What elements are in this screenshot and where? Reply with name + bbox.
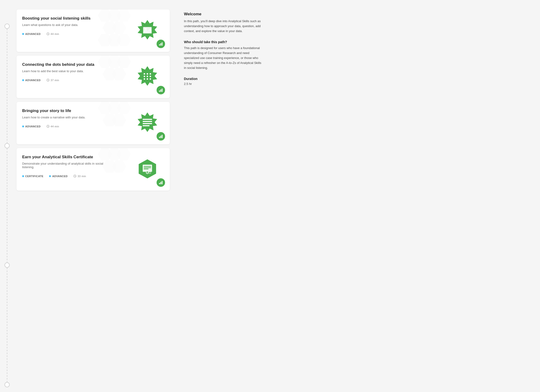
timeline-line-3 (7, 268, 7, 382)
svg-point-12 (144, 76, 145, 77)
card-1-badge-advanced: ADVANCED (22, 33, 41, 35)
card-1-title: Boosting your social listening skills (22, 16, 112, 21)
card-4-badge-advanced: ADVANCED (49, 175, 68, 178)
svg-point-14 (150, 76, 151, 77)
card-3-desc: Learn how to create a narrative with you… (22, 116, 105, 119)
svg-rect-35 (144, 169, 149, 169)
badge-dot-4b (49, 175, 51, 177)
svg-rect-24 (143, 121, 152, 122)
who-section-text: This path is designed for users who have… (184, 46, 264, 70)
card-4-hexagon (137, 158, 158, 180)
card-bg-shape-1 (90, 10, 137, 50)
card-3-badge-advanced: ADVANCED (22, 125, 41, 128)
svg-rect-5 (160, 43, 161, 45)
course-card-3: Bringing your story to life Learn how to… (16, 102, 170, 144)
svg-rect-29 (162, 135, 163, 138)
card-4-badge-certificate: CERTIFICATE (22, 175, 43, 178)
card-3-icon-area (137, 112, 158, 134)
svg-marker-22 (138, 112, 157, 132)
welcome-text: In this path, you'll deep dive into Anal… (184, 19, 264, 34)
svg-rect-20 (162, 89, 163, 92)
svg-rect-38 (159, 183, 160, 184)
svg-rect-39 (160, 182, 161, 184)
card-4-chart-button[interactable] (157, 178, 165, 187)
svg-rect-23 (143, 119, 152, 120)
info-panel: Welcome In this path, you'll deep dive i… (175, 5, 274, 387)
timeline-line-2 (7, 148, 7, 263)
svg-point-11 (150, 73, 151, 75)
svg-rect-28 (160, 136, 161, 138)
card-2-duration: 37 min (51, 79, 59, 82)
svg-rect-18 (159, 90, 160, 92)
badge-label-4a: CERTIFICATE (25, 175, 43, 178)
card-2-badge-advanced: ADVANCED (22, 79, 41, 82)
badge-label-2: ADVANCED (25, 79, 41, 82)
svg-point-10 (147, 73, 148, 75)
card-4-time: 33 min (73, 175, 86, 178)
card-2-title: Connecting the dots behind your data (22, 62, 112, 67)
clock-icon-1 (46, 32, 50, 35)
timeline-node-3 (5, 262, 10, 268)
svg-point-36 (146, 171, 149, 174)
svg-rect-19 (160, 89, 161, 92)
card-1-desc: Learn what questions to ask of your data… (22, 23, 105, 27)
card-3-duration: 44 min (51, 125, 59, 128)
clock-icon-2 (46, 79, 50, 82)
svg-point-3 (145, 28, 146, 30)
badge-label-4b: ADVANCED (52, 175, 68, 178)
card-2-chart-button[interactable] (157, 86, 165, 94)
svg-point-15 (144, 78, 145, 80)
course-card-2: Connecting the dots behind your data Lea… (16, 56, 170, 98)
card-3-chart-button[interactable] (157, 132, 165, 141)
course-card-4: Earn your Analytical Skills Certificate … (16, 148, 170, 191)
card-3-time: 44 min (46, 125, 59, 128)
card-1-chart-button[interactable] (157, 40, 165, 48)
card-4-icon-area (137, 158, 158, 181)
welcome-title: Welcome (184, 12, 264, 16)
timeline-node-2 (5, 143, 10, 148)
svg-rect-40 (162, 181, 163, 184)
svg-rect-34 (144, 167, 151, 168)
bar-chart-icon-2 (159, 88, 163, 92)
bar-chart-icon-1 (159, 42, 163, 46)
clock-icon-4 (73, 175, 76, 178)
card-3-starburst (137, 112, 158, 133)
card-4-duration: 33 min (78, 175, 86, 178)
svg-point-9 (144, 73, 145, 75)
badge-dot-1 (22, 33, 24, 35)
bar-chart-icon-3 (159, 134, 163, 138)
svg-rect-26 (143, 125, 150, 126)
timeline-line-1 (7, 29, 7, 143)
timeline (0, 5, 14, 387)
badge-label-1: ADVANCED (25, 33, 41, 35)
badge-label-3: ADVANCED (25, 125, 41, 128)
svg-rect-6 (162, 42, 163, 46)
card-2-starburst (137, 66, 158, 87)
svg-point-16 (147, 78, 148, 80)
who-section-title: Who should take this path? (184, 40, 264, 44)
svg-rect-27 (159, 137, 160, 138)
card-3-title: Bringing your story to life (22, 109, 112, 113)
svg-point-37 (149, 172, 151, 174)
badge-dot-2 (22, 79, 24, 81)
timeline-node-4 (5, 382, 10, 387)
svg-rect-32 (143, 165, 152, 172)
card-1-time: 44 min (46, 32, 59, 35)
card-1-starburst (137, 20, 158, 41)
cards-column: Boosting your social listening skills Le… (14, 5, 175, 387)
card-4-title: Earn your Analytical Skills Certificate (22, 155, 112, 159)
timeline-node-1 (5, 24, 10, 29)
card-2-desc: Learn how to add the best value to your … (22, 69, 105, 73)
card-2-time: 37 min (46, 79, 59, 82)
card-4-desc: Demonstrate your understanding of analyt… (22, 162, 105, 169)
card-bg-shape-3 (90, 102, 137, 142)
svg-point-17 (150, 78, 151, 80)
badge-dot-3 (22, 126, 24, 127)
duration-value: 2.5 hr (184, 82, 264, 86)
main-layout: Boosting your social listening skills Le… (0, 0, 540, 392)
clock-icon-3 (46, 125, 50, 128)
duration-label: Duration (184, 77, 264, 81)
svg-rect-33 (144, 166, 151, 167)
card-2-icon-area (137, 66, 158, 88)
svg-point-13 (147, 76, 148, 77)
